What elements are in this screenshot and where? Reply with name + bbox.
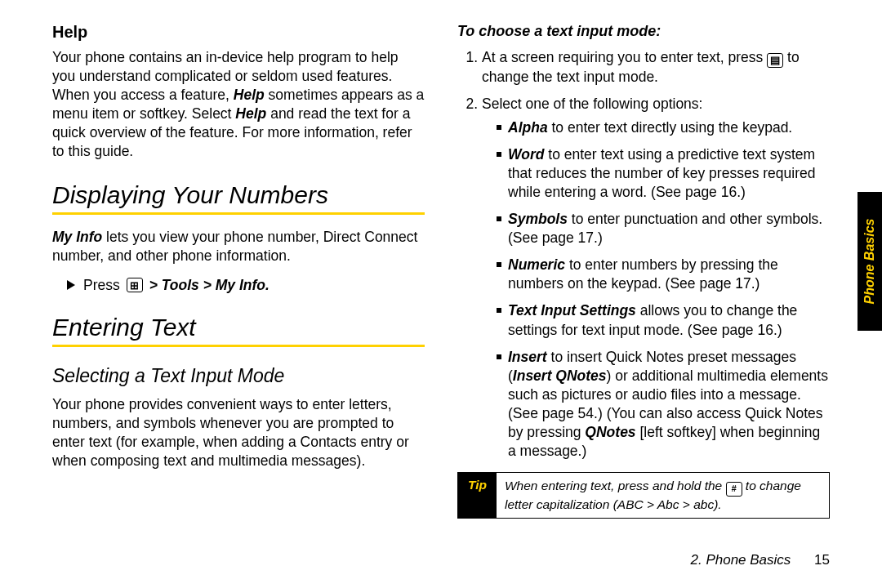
menu-key-icon: [127, 278, 143, 292]
selecting-heading-text: Selecting a Text Input Mode: [52, 365, 284, 386]
help-inline-1: Help: [234, 87, 265, 103]
selecting-body-text: Your phone provides convenient ways to e…: [52, 396, 409, 469]
opt-alpha-body: to enter text directly using the keypad.: [548, 119, 793, 136]
opt-text-input-settings: Text Input Settings allows you to change…: [497, 301, 830, 339]
heading-rule: [52, 212, 425, 215]
step-arrow-icon: [67, 280, 75, 290]
options-key-icon: [767, 53, 783, 68]
opt-tis-name: Text Input Settings: [508, 302, 636, 318]
entering-heading: Entering Text: [52, 314, 425, 341]
right-column: To choose a text input mode: At a screen…: [457, 23, 830, 519]
opt-word: Word to enter text using a predictive te…: [497, 145, 830, 202]
myinfo-body: My Info lets you view your phone number,…: [52, 228, 425, 265]
opt-numeric: Numeric to enter numbers by pressing the…: [497, 256, 830, 293]
help-heading-text: Help: [52, 23, 87, 41]
step-2: Select one of the following options: Alp…: [482, 95, 830, 461]
step1-a: At a screen requiring you to enter text,…: [482, 49, 767, 65]
tip-body-a: When entering text, press and hold the: [505, 479, 726, 492]
page-footer: 2. Phone Basics 15: [690, 552, 830, 568]
myinfo-inline: My Info: [52, 229, 102, 245]
side-tab: Phone Basics: [858, 192, 882, 331]
help-body: Your phone contains an in-device help pr…: [52, 48, 425, 162]
two-column-layout: Help Your phone contains an in-device he…: [52, 23, 830, 519]
tip-box: Tip When entering text, press and hold t…: [457, 472, 830, 519]
opt-alpha: Alpha to enter text directly using the k…: [497, 118, 830, 137]
footer-page-number: 15: [814, 552, 830, 568]
left-column: Help Your phone contains an in-device he…: [52, 23, 425, 519]
entering-heading-text: Entering Text: [52, 314, 196, 341]
opt-word-name: Word: [508, 146, 544, 163]
side-tab-text: Phone Basics: [862, 219, 877, 305]
choose-mode-heading-text: To choose a text input mode:: [457, 23, 661, 39]
heading-rule-2: [52, 345, 425, 347]
press-step: Press > Tools > My Info.: [67, 277, 425, 294]
opt-numeric-name: Numeric: [508, 256, 565, 273]
tip-body: When entering text, press and hold the t…: [497, 473, 829, 518]
tip-label-text: Tip: [468, 478, 487, 492]
opt-insert: Insert to insert Quick Notes preset mess…: [497, 348, 830, 461]
manual-page: Help Your phone contains an in-device he…: [0, 0, 882, 588]
step-1: At a screen requiring you to enter text,…: [482, 48, 830, 87]
opt-insert-qnotes: Insert QNotes: [513, 368, 607, 384]
steps-list: At a screen requiring you to enter text,…: [457, 48, 830, 461]
opt-word-body: to enter text using a predictive text sy…: [508, 146, 815, 200]
options-list: Alpha to enter text directly using the k…: [482, 118, 830, 461]
opt-insert-name: Insert: [508, 349, 547, 365]
help-heading: Help: [52, 23, 425, 42]
displaying-heading: Displaying Your Numbers: [52, 181, 425, 209]
opt-symbols-name: Symbols: [508, 211, 568, 227]
hash-key-icon: [726, 482, 742, 497]
selecting-heading: Selecting a Text Input Mode: [52, 365, 425, 387]
press-label: Press: [83, 277, 120, 294]
selecting-body: Your phone provides convenient ways to e…: [52, 395, 425, 470]
step2-text: Select one of the following options:: [482, 96, 702, 112]
opt-symbols: Symbols to enter punctuation and other s…: [497, 210, 830, 247]
choose-mode-heading: To choose a text input mode:: [457, 23, 830, 40]
opt-qnotes-key: QNotes: [585, 424, 635, 440]
footer-section: 2. Phone Basics: [690, 552, 791, 568]
opt-alpha-name: Alpha: [508, 119, 548, 136]
myinfo-body-text: lets you view your phone number, Direct …: [52, 229, 417, 264]
press-path: > Tools > My Info.: [149, 277, 270, 294]
displaying-heading-text: Displaying Your Numbers: [52, 181, 328, 208]
help-inline-2: Help: [235, 105, 266, 122]
tip-label: Tip: [458, 473, 497, 518]
